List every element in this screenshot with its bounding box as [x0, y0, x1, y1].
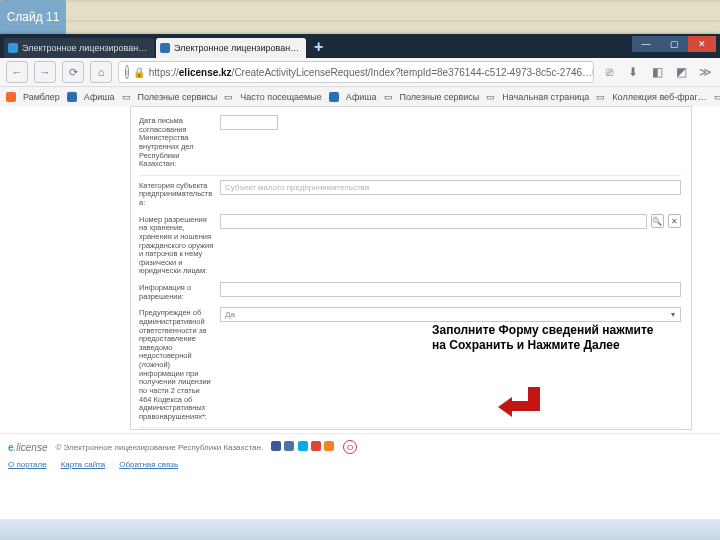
folder-icon: ▭	[486, 92, 495, 102]
folder-icon: ▭	[122, 92, 131, 102]
bookmark-item[interactable]: Полезные сервисы	[400, 92, 480, 102]
bookmark-favicon-icon	[67, 92, 77, 102]
category-input[interactable]: Субъект малого предпринимательства	[220, 180, 681, 195]
bookmarks-bar: Рамблер Афиша ▭ Полезные сервисы ▭ Часто…	[0, 87, 720, 108]
social-g-icon[interactable]	[311, 441, 321, 451]
form-row: Категория субъекта предпринимательства: …	[139, 180, 681, 208]
overflow-menu-icon[interactable]: ≫	[696, 63, 714, 81]
tab-label: Электронное лицензирован…	[174, 43, 299, 53]
social-ok-icon[interactable]	[324, 441, 334, 451]
downloads-icon[interactable]: ⬇	[624, 63, 642, 81]
favicon-icon	[8, 43, 18, 53]
separator	[139, 427, 681, 428]
clear-icon[interactable]: ✕	[668, 214, 681, 228]
field-label: Дата письма согласования Министерства вн…	[139, 115, 214, 169]
tab-label: Электронное лицензирован…	[22, 43, 147, 53]
separator	[139, 175, 681, 176]
browser-window: Электронное лицензирован… ✕ Электронное …	[0, 34, 720, 518]
license-form: Дата письма согласования Министерства вн…	[130, 106, 692, 430]
bookmark-item[interactable]: Афиша	[84, 92, 115, 102]
folder-icon: ▭	[596, 92, 605, 102]
site-footer: e.license © Электронное лицензирование Р…	[0, 433, 720, 476]
search-icon[interactable]: 🔍	[651, 214, 664, 228]
window-controls: — ▢ ✕	[632, 36, 716, 52]
date-input[interactable]	[220, 115, 278, 130]
bookmark-favicon-icon	[6, 92, 16, 102]
instruction-callout: Заполните Форму сведений нажмите на Сохр…	[432, 323, 657, 353]
reload-button[interactable]: ⟳	[62, 61, 84, 83]
social-vk-icon[interactable]	[271, 441, 281, 451]
folder-icon: ▭	[384, 92, 393, 102]
minimize-button[interactable]: —	[632, 36, 660, 52]
tab-inactive[interactable]: Электронное лицензирован… ✕	[4, 38, 154, 58]
footer-links: О портале Карта сайта Обратная связь	[0, 460, 720, 475]
home-button[interactable]: ⌂	[90, 61, 112, 83]
slide-number-badge: Слайд 11	[0, 0, 66, 35]
close-icon[interactable]: ✕	[153, 43, 154, 54]
opera-icon[interactable]: O	[343, 440, 357, 454]
maximize-button[interactable]: ▢	[660, 36, 688, 52]
windows-taskbar	[0, 518, 720, 540]
address-bar[interactable]: i 🔒 https:// elicense.kz /CreateActivity…	[118, 61, 594, 83]
close-icon[interactable]: ✕	[305, 43, 306, 54]
tab-strip: Электронное лицензирован… ✕ Электронное …	[0, 34, 720, 58]
social-icons	[271, 441, 335, 453]
pointer-arrow-icon	[500, 387, 540, 421]
tab-active[interactable]: Электронное лицензирован… ✕	[156, 38, 306, 58]
footer-copyright: © Электронное лицензирование Республики …	[55, 443, 263, 452]
extension-icon[interactable]: ◧	[648, 63, 666, 81]
folder-icon: ▭	[714, 92, 720, 102]
bookmark-item[interactable]: Афиша	[346, 92, 377, 102]
bookmark-favicon-icon	[329, 92, 339, 102]
footer-link-about[interactable]: О портале	[8, 460, 47, 469]
social-fb-icon[interactable]	[284, 441, 294, 451]
social-tw-icon[interactable]	[298, 441, 308, 451]
favicon-icon	[160, 43, 170, 53]
field-label: Номер разрешения на хранение, хранения и…	[139, 214, 214, 276]
forward-button[interactable]: →	[34, 61, 56, 83]
footer-logo: e.license	[8, 442, 47, 453]
bookmark-item[interactable]: Часто посещаемые	[240, 92, 322, 102]
url-path: /CreateActivityLicenseRequest/Index?temp…	[232, 67, 593, 78]
extension-icon[interactable]: ◩	[672, 63, 690, 81]
field-label: Предупрежден об административной ответст…	[139, 307, 214, 421]
field-label: Категория субъекта предпринимательства:	[139, 180, 214, 208]
url-bar: ← → ⟳ ⌂ i 🔒 https:// elicense.kz /Create…	[0, 58, 720, 87]
zoom-badge[interactable]: 80%	[592, 64, 594, 80]
field-label: Информация о разрешении:	[139, 282, 214, 301]
close-window-button[interactable]: ✕	[688, 36, 716, 52]
footer-link-feedback[interactable]: Обратная связь	[119, 460, 178, 469]
bookmark-item[interactable]: Рамблер	[23, 92, 60, 102]
permit-number-input[interactable]	[220, 214, 647, 229]
bookmark-item[interactable]: Коллекция веб-фраг…	[612, 92, 707, 102]
form-row: Дата письма согласования Министерства вн…	[139, 115, 681, 169]
site-info-icon[interactable]: i	[125, 65, 129, 79]
page-content: Дата письма согласования Министерства вн…	[0, 106, 720, 476]
form-row: Информация о разрешении:	[139, 282, 681, 301]
sidebar-toggle-icon[interactable]: ⎚	[600, 63, 618, 81]
url-scheme: https://	[149, 67, 179, 78]
bookmark-item[interactable]: Полезные сервисы	[138, 92, 218, 102]
footer-link-sitemap[interactable]: Карта сайта	[61, 460, 106, 469]
back-button[interactable]: ←	[6, 61, 28, 83]
url-host: elicense.kz	[179, 67, 232, 78]
warning-select[interactable]: Да	[220, 307, 681, 322]
new-tab-button[interactable]: +	[308, 38, 329, 58]
lock-icon: 🔒	[133, 67, 145, 78]
bookmark-item[interactable]: Начальная страница	[502, 92, 589, 102]
form-row: Номер разрешения на хранение, хранения и…	[139, 214, 681, 276]
permit-info-input[interactable]	[220, 282, 681, 297]
folder-icon: ▭	[224, 92, 233, 102]
